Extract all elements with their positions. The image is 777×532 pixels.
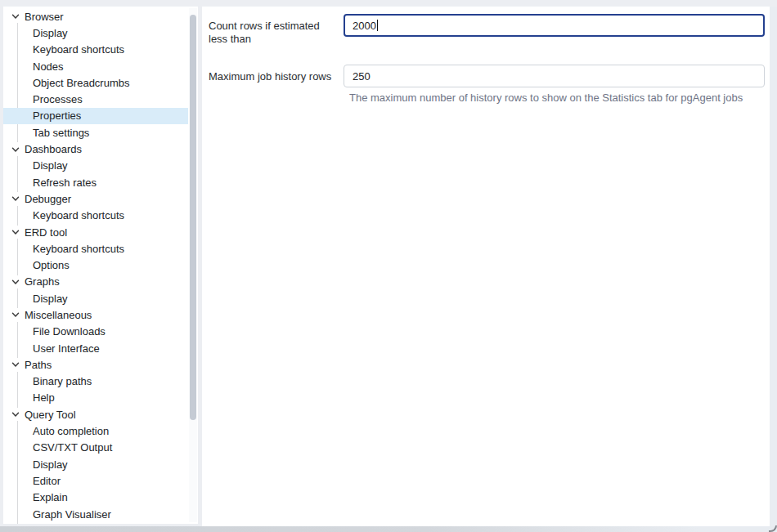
tree-node-query-tool[interactable]: Query Tool (3, 406, 188, 422)
sidebar-scrollbar-track[interactable] (189, 8, 197, 522)
tree-group-graphs: GraphsDisplay (3, 274, 188, 307)
tree-item-label: Editor (33, 475, 61, 487)
tree-item-query-tool-editor[interactable]: Editor (3, 472, 188, 489)
tree-item-label: Keyboard shortcuts (33, 209, 124, 221)
count-rows-label: Count rows if estimated less than (209, 14, 344, 46)
tree-item-label: Explain (33, 491, 68, 503)
tree-item-debugger-keyboard-shortcuts[interactable]: Keyboard shortcuts (3, 208, 188, 224)
tree-node-graphs[interactable]: Graphs (3, 274, 188, 290)
chevron-down-icon[interactable] (10, 144, 21, 155)
max-job-history-input[interactable]: 250 (344, 65, 765, 87)
tree-item-browser-nodes[interactable]: Nodes (3, 58, 188, 74)
tree-item-label: Graph Visualiser (33, 508, 111, 521)
tree-node-debugger[interactable]: Debugger (3, 190, 188, 207)
tree-item-label: Tab settings (33, 127, 89, 139)
dialog-bottom-edge (0, 526, 777, 532)
tree-node-label: Graphs (25, 275, 60, 288)
tree-item-label: Display (33, 458, 68, 471)
tree-item-label: User Interface (33, 342, 100, 355)
count-rows-value: 2000 (353, 20, 376, 32)
tree-item-query-tool-graph-visualiser[interactable]: Graph Visualiser (3, 506, 188, 522)
tree-item-dashboards-refresh-rates[interactable]: Refresh rates (3, 174, 188, 190)
tree-item-miscellaneous-user-interface[interactable]: User Interface (3, 340, 188, 356)
chevron-down-icon[interactable] (10, 11, 21, 22)
tree-group-browser: BrowserDisplayKeyboard shortcutsNodesObj… (3, 8, 188, 141)
tree-group-query-tool: Query ToolAuto completionCSV/TXT OutputD… (3, 406, 188, 522)
preferences-tree: BrowserDisplayKeyboard shortcutsNodesObj… (3, 8, 188, 524)
tree-children-miscellaneous: File DownloadsUser Interface (3, 324, 188, 357)
tree-item-browser-object-breadcrumbs[interactable]: Object Breadcrumbs (3, 74, 188, 91)
tree-item-paths-binary-paths[interactable]: Binary paths (3, 373, 188, 390)
count-rows-input[interactable]: 2000 (344, 14, 765, 37)
tree-group-paths: PathsBinary pathsHelp (3, 356, 188, 406)
tree-item-browser-keyboard-shortcuts[interactable]: Keyboard shortcuts (3, 42, 188, 58)
tree-item-label: Display (33, 27, 68, 39)
preferences-sidebar: BrowserDisplayKeyboard shortcutsNodesObj… (3, 7, 198, 524)
tree-item-label: Binary paths (33, 375, 92, 387)
tree-item-query-tool-explain[interactable]: Explain (3, 490, 188, 506)
tree-item-label: Keyboard shortcuts (33, 43, 124, 56)
tree-group-erd-tool: ERD toolKeyboard shortcutsOptions (3, 224, 188, 274)
tree-item-query-tool-auto-completion[interactable]: Auto completion (3, 422, 188, 439)
tree-item-browser-processes[interactable]: Processes (3, 91, 188, 107)
tree-node-label: Browser (25, 11, 64, 23)
tree-item-label: Auto completion (33, 425, 109, 437)
tree-node-label: Miscellaneous (25, 309, 92, 321)
tree-node-label: ERD tool (25, 226, 67, 239)
chevron-down-icon[interactable] (10, 359, 21, 370)
tree-item-query-tool-display[interactable]: Display (3, 456, 188, 472)
tree-item-label: Options (33, 259, 70, 271)
tree-node-label: Paths (25, 359, 52, 371)
main-scrollbar-track[interactable] (770, 7, 777, 526)
tree-node-browser[interactable]: Browser (3, 8, 188, 25)
tree-children-graphs: Display (3, 290, 188, 306)
settings-panel: Count rows if estimated less than 2000 M… (202, 7, 770, 526)
tree-item-label: Object Breadcrumbs (33, 77, 130, 89)
max-job-history-label: Maximum job history rows (209, 65, 344, 104)
tree-item-erd-tool-options[interactable]: Options (3, 257, 188, 273)
tree-children-query-tool: Auto completionCSV/TXT OutputDisplayEdit… (3, 422, 188, 522)
form-row-count-rows: Count rows if estimated less than 2000 (209, 14, 765, 46)
tree-node-paths[interactable]: Paths (3, 356, 188, 373)
tree-item-label: CSV/TXT Output (33, 441, 112, 454)
sidebar-scrollbar-thumb[interactable] (190, 15, 196, 420)
tree-item-dashboards-display[interactable]: Display (3, 158, 188, 174)
tree-item-label: Help (33, 391, 55, 404)
chevron-down-icon[interactable] (10, 409, 21, 420)
chevron-down-icon[interactable] (10, 276, 21, 288)
tree-group-miscellaneous: MiscellaneousFile DownloadsUser Interfac… (3, 306, 188, 356)
tree-item-browser-tab-settings[interactable]: Tab settings (3, 124, 188, 141)
tree-node-miscellaneous[interactable]: Miscellaneous (3, 306, 188, 323)
tree-children-erd-tool: Keyboard shortcutsOptions (3, 240, 188, 274)
tree-children-paths: Binary pathsHelp (3, 373, 188, 407)
max-job-history-value: 250 (353, 70, 371, 83)
chevron-down-icon[interactable] (10, 193, 21, 204)
chevron-down-icon[interactable] (10, 226, 21, 238)
tree-item-miscellaneous-file-downloads[interactable]: File Downloads (3, 324, 188, 340)
tree-item-graphs-display[interactable]: Display (3, 290, 188, 306)
tree-item-label: Refresh rates (33, 177, 97, 189)
tree-node-dashboards[interactable]: Dashboards (3, 141, 188, 157)
tree-item-label: Nodes (33, 60, 64, 73)
tree-item-label: File Downloads (33, 325, 106, 338)
tree-item-label: Display (33, 159, 68, 172)
tree-item-label: Display (33, 293, 68, 305)
tree-node-erd-tool[interactable]: ERD tool (3, 224, 188, 240)
tree-children-debugger: Keyboard shortcuts (3, 208, 188, 224)
tree-item-label: Properties (33, 110, 81, 122)
tree-item-erd-tool-keyboard-shortcuts[interactable]: Keyboard shortcuts (3, 240, 188, 257)
tree-item-browser-properties[interactable]: Properties (3, 108, 188, 124)
tree-node-label: Debugger (25, 193, 71, 205)
tree-children-dashboards: DisplayRefresh rates (3, 158, 188, 191)
tree-item-browser-display[interactable]: Display (3, 25, 188, 41)
tree-item-label: Processes (33, 93, 83, 105)
tree-group-debugger: DebuggerKeyboard shortcuts (3, 190, 188, 224)
tree-item-label: Keyboard shortcuts (33, 243, 124, 255)
chevron-down-icon[interactable] (10, 309, 21, 320)
tree-node-label: Dashboards (25, 143, 82, 155)
tree-node-label: Query Tool (25, 409, 76, 421)
preferences-dialog: { "colors": { "accent_focus_border": "#2… (0, 0, 777, 532)
tree-group-dashboards: DashboardsDisplayRefresh rates (3, 141, 188, 190)
tree-item-paths-help[interactable]: Help (3, 390, 188, 406)
tree-item-query-tool-csv-txt-output[interactable]: CSV/TXT Output (3, 440, 188, 456)
